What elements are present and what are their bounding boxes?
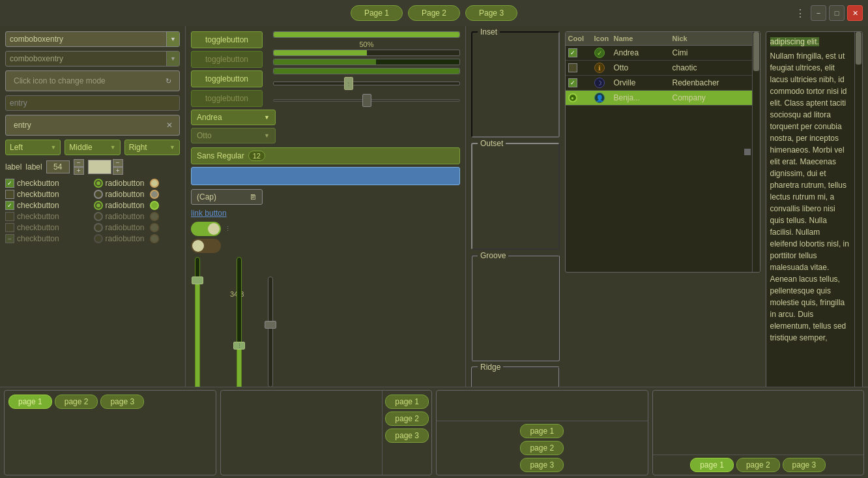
bottom-panel-3-tab-row-2: page 2 — [439, 441, 645, 455]
btab-3-3[interactable]: page 3 — [520, 458, 564, 472]
bottom-panel-2-tabs: page 1 page 2 page 3 — [382, 391, 431, 475]
btab-2-3[interactable]: page 3 — [385, 428, 429, 443]
link-button[interactable]: link button — [191, 209, 227, 218]
radio-dot-2 — [150, 190, 159, 199]
check-1-box[interactable] — [5, 179, 14, 188]
radiobutton-1[interactable]: radiobutton — [94, 179, 181, 188]
btab-2-1[interactable]: page 1 — [385, 395, 429, 409]
tree-check-otto[interactable] — [568, 63, 577, 72]
tree-resize-handle[interactable] — [744, 149, 751, 155]
vslider-1-track[interactable] — [195, 257, 200, 407]
titlebar-tab-3[interactable]: Page 3 — [465, 5, 517, 21]
tree-scrollbar[interactable] — [752, 32, 760, 272]
tree-row-otto[interactable]: ℹ Otto chaotic — [566, 61, 760, 76]
dropdown-right[interactable]: Right ▼ — [124, 140, 180, 155]
vslider-2-track[interactable]: ⋮ — [237, 257, 242, 407]
entry-field-2[interactable]: entry — [10, 118, 164, 132]
toggle-btn-1[interactable]: togglebutton — [191, 31, 263, 48]
tree-check-andrea[interactable] — [568, 48, 577, 57]
dropdown-middle[interactable]: Middle ▼ — [65, 140, 120, 155]
btab-1-1[interactable]: page 1 — [8, 395, 52, 409]
cap-button[interactable]: (Cap) 🖹 — [191, 189, 263, 205]
titlebar-tab-2[interactable]: Page 2 — [408, 5, 460, 21]
hscale-4-track[interactable] — [273, 68, 460, 74]
name-dropdown-1[interactable]: Andrea ▼ — [191, 110, 276, 125]
entry-mode-input[interactable]: Click icon to change mode — [10, 74, 162, 88]
spin-down[interactable]: − — [74, 159, 84, 167]
checkbutton-3[interactable]: checkbutton — [5, 201, 92, 210]
check-2-box[interactable] — [5, 190, 14, 199]
hscale-5-track[interactable] — [273, 82, 460, 85]
color-button[interactable] — [191, 167, 460, 185]
btab-3-1[interactable]: page 1 — [520, 424, 564, 438]
tree-row-andrea[interactable]: ✓ Andrea Cimi — [566, 46, 760, 61]
tree-check-orville[interactable] — [568, 78, 577, 87]
hscale-5-handle[interactable]: ⋮ — [344, 77, 353, 90]
btab-4-3[interactable]: page 3 — [783, 458, 826, 472]
combobox-1-arrow[interactable]: ▼ — [166, 32, 179, 46]
combobox-2[interactable]: comboboxentry ▼ — [5, 51, 180, 67]
color-spin-down[interactable]: − — [113, 159, 123, 167]
outset-frame: Outset — [471, 143, 560, 249]
radiobutton-3[interactable]: radiobutton — [94, 201, 181, 210]
combobox-1-input[interactable]: comboboxentry — [6, 32, 166, 46]
spin-up[interactable]: + — [74, 167, 84, 175]
btab-4-1[interactable]: page 1 — [690, 458, 734, 472]
radio-1-btn[interactable] — [94, 179, 103, 188]
btab-4-2[interactable]: page 2 — [736, 458, 780, 472]
checkbutton-1[interactable]: checkbutton — [5, 179, 92, 188]
toggle-btn-3[interactable]: togglebutton — [191, 70, 263, 87]
tree-scrollbar-thumb[interactable] — [753, 32, 759, 71]
btab-3-2[interactable]: page 2 — [520, 441, 564, 455]
toggle-btn-2: togglebutton — [191, 51, 263, 68]
check-5-label: checkbutton — [17, 223, 59, 232]
check-3-box[interactable] — [5, 201, 14, 210]
hscale-1-track[interactable] — [273, 31, 460, 38]
radio-2-btn[interactable] — [94, 190, 103, 199]
tree-header-nick: Nick — [673, 35, 757, 42]
tree-radio-benja[interactable]: ● — [568, 93, 577, 102]
vslider-2-handle[interactable]: ⋮ — [233, 342, 245, 350]
ridge-label: Ridge — [478, 363, 503, 372]
maximize-button[interactable]: □ — [829, 5, 845, 21]
checkbutton-2[interactable]: checkbutton — [5, 190, 92, 199]
vslider-1-handle[interactable] — [192, 276, 203, 284]
font-button[interactable]: Sans Regular 12 — [191, 147, 460, 164]
clear-icon[interactable]: ✕ — [164, 119, 175, 131]
bottom-panel-3-tabs: page 1 page 2 page 3 — [437, 421, 648, 475]
tree-row-benja[interactable]: ● 👤 Benja... Company — [566, 91, 760, 106]
vslider-3-track[interactable] — [268, 276, 273, 387]
close-button[interactable]: ✕ — [847, 5, 863, 21]
bottom-panel-4-tabs: page 1 page 2 page 3 — [653, 455, 864, 475]
btab-2-2[interactable]: page 2 — [385, 411, 429, 426]
hscale-6-handle[interactable] — [362, 94, 371, 107]
btab-1-3[interactable]: page 3 — [100, 395, 144, 409]
combobox-2-input[interactable]: comboboxentry — [6, 52, 166, 66]
switch-2[interactable] — [191, 239, 221, 253]
combobox-1[interactable]: comboboxentry ▼ — [5, 31, 180, 47]
btab-1-2[interactable]: page 2 — [55, 395, 98, 409]
hscale-4-fill — [274, 68, 459, 74]
radio-4-label: radiobutton — [106, 212, 145, 221]
radio-3-btn[interactable] — [94, 201, 103, 210]
dropdown-left[interactable]: Left ▼ — [5, 140, 61, 155]
refresh-icon[interactable]: ↻ — [162, 76, 175, 87]
bottom-panel-3: page 1 page 2 page 3 — [436, 390, 648, 475]
color-swatch[interactable] — [88, 160, 111, 174]
minimize-button[interactable]: − — [811, 5, 826, 21]
hscale-2-track[interactable] — [273, 50, 460, 56]
hscale-3-track[interactable] — [273, 59, 460, 65]
vslider-3 — [264, 276, 277, 387]
entry-field-1[interactable]: entry — [5, 95, 180, 111]
tree-row-orville[interactable]: ☽ Orville Redenbacher — [566, 76, 760, 91]
bottom-panel-4: page 1 page 2 page 3 — [652, 390, 865, 475]
switch-1[interactable] — [191, 222, 221, 236]
color-spin-up[interactable]: + — [113, 167, 123, 175]
tree-cell-orville-icon: ☽ — [594, 78, 614, 88]
vslider-3-handle[interactable] — [265, 321, 276, 329]
radiobutton-2[interactable]: radiobutton — [94, 190, 181, 199]
spin-input[interactable]: 54 — [46, 160, 70, 173]
text-scrollbar-thumb[interactable] — [856, 32, 861, 65]
titlebar-tab-1[interactable]: Page 1 — [351, 5, 403, 21]
menu-dots[interactable]: ⋮ — [795, 7, 805, 20]
